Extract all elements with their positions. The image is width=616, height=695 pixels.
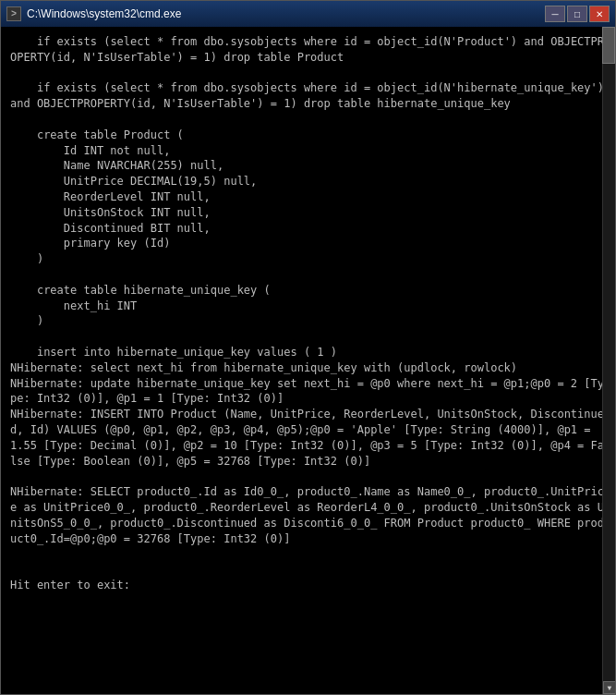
console-output: if exists (select * from dbo.sysobjects … bbox=[10, 34, 606, 593]
scroll-down-button[interactable]: ▼ bbox=[603, 681, 615, 694]
console-body: if exists (select * from dbo.sysobjects … bbox=[1, 27, 615, 694]
cmd-window: C:\Windows\system32\cmd.exe ─ □ ✕ if exi… bbox=[0, 0, 616, 695]
window-controls: ─ □ ✕ bbox=[545, 6, 610, 22]
scroll-thumb[interactable] bbox=[602, 27, 615, 64]
minimize-button[interactable]: ─ bbox=[545, 6, 565, 22]
maximize-button[interactable]: □ bbox=[567, 6, 587, 22]
close-button[interactable]: ✕ bbox=[589, 6, 610, 22]
window-icon bbox=[6, 6, 21, 21]
title-bar: C:\Windows\system32\cmd.exe ─ □ ✕ bbox=[1, 1, 615, 27]
scrollbar[interactable]: ▲ ▼ bbox=[602, 27, 615, 694]
window-title: C:\Windows\system32\cmd.exe bbox=[27, 7, 545, 20]
